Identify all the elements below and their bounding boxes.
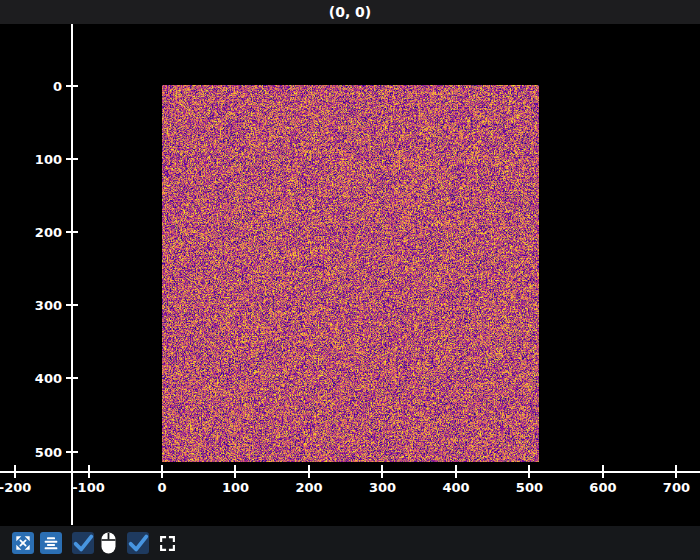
- x-tick: [88, 465, 90, 478]
- x-tick-label: 700: [663, 480, 690, 495]
- y-tick-label: 500: [35, 444, 62, 459]
- title-bar: (0, 0): [0, 0, 700, 24]
- x-tick: [234, 465, 236, 478]
- x-axis-line: [0, 471, 700, 473]
- y-tick-label: 200: [35, 224, 62, 239]
- plot-viewer-window: (0, 0) -200-1000100200300400500600700010…: [0, 0, 700, 560]
- y-tick: [66, 377, 78, 379]
- align-center-icon: [42, 534, 60, 552]
- expand-corners-icon[interactable]: [158, 534, 176, 552]
- y-tick: [66, 451, 78, 453]
- x-tick-label: 600: [589, 480, 616, 495]
- x-tick-label: 100: [222, 480, 249, 495]
- y-tick: [66, 158, 78, 160]
- y-tick-label: 0: [53, 78, 62, 93]
- x-tick: [455, 465, 457, 478]
- y-tick-label: 400: [35, 371, 62, 386]
- check-icon: [127, 532, 149, 554]
- x-tick: [675, 465, 677, 478]
- toolbar: [0, 526, 700, 560]
- x-tick: [161, 465, 163, 478]
- y-tick: [66, 231, 78, 233]
- y-tick-label: 100: [35, 151, 62, 166]
- auto-scale-button[interactable]: [12, 532, 34, 554]
- subplot-title: (0, 0): [329, 4, 371, 20]
- x-tick: [308, 465, 310, 478]
- center-scene-button[interactable]: [40, 532, 62, 554]
- maintain-aspect-checkbox[interactable]: [127, 532, 149, 554]
- plot-area[interactable]: -200-10001002003004005006007000100200300…: [0, 24, 700, 526]
- x-tick: [14, 465, 16, 478]
- mouse-icon[interactable]: [100, 531, 117, 555]
- x-tick: [602, 465, 604, 478]
- x-tick-label: 300: [369, 480, 396, 495]
- check-icon: [72, 532, 94, 554]
- panzoom-checkbox[interactable]: [72, 532, 94, 554]
- x-tick-label: 400: [442, 480, 469, 495]
- x-tick-label: 200: [295, 480, 322, 495]
- x-tick: [381, 465, 383, 478]
- x-tick-label: -100: [72, 480, 105, 495]
- expand-arrows-icon: [14, 534, 32, 552]
- y-tick-label: 300: [35, 298, 62, 313]
- noise-image[interactable]: [162, 85, 539, 462]
- y-tick: [66, 85, 78, 87]
- x-tick-label: 0: [157, 480, 166, 495]
- x-tick: [528, 465, 530, 478]
- x-tick-label: -200: [0, 480, 31, 495]
- x-tick-label: 500: [516, 480, 543, 495]
- y-tick: [66, 304, 78, 306]
